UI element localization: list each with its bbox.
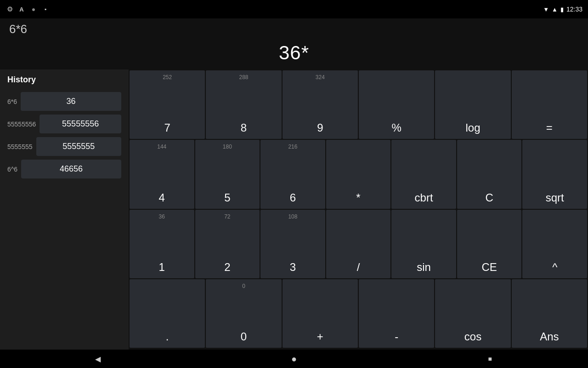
key-label: 1 [159,261,165,274]
key-sin[interactable]: sin [391,210,456,278]
key-hint: 252 [163,74,172,80]
key-label: 8 [241,121,247,134]
history-row[interactable]: 6*636 [7,92,121,111]
time-display: 12:33 [566,6,582,13]
key-label: cbrt [415,191,433,204]
recent-icon: ■ [488,355,492,362]
history-row[interactable]: 5555555655555556 [7,115,121,133]
key-7[interactable]: 2527 [130,70,205,139]
battery-small-icon [41,5,50,13]
result-bar: 36* [0,40,588,69]
expression-bar: 6*6 [0,18,588,40]
key-_[interactable]: = [512,70,587,139]
content-area: History 6*636555555565555555655555555555… [0,69,588,350]
key-8[interactable]: 2888 [206,70,281,139]
key-5[interactable]: 1805 [195,140,260,208]
key-6[interactable]: 2166 [260,140,325,208]
history-expr: 55555556 [7,121,36,128]
history-panel: History 6*636555555565555555655555555555… [0,69,129,350]
key-_[interactable]: % [359,70,434,139]
history-result[interactable]: 46656 [21,160,121,178]
key-label: 7 [164,121,170,134]
key-label: CE [482,261,497,274]
recent-button[interactable]: ■ [479,352,502,366]
status-icons-left [6,5,50,13]
signal-icon: ▲ [552,6,558,13]
key-label: ^ [552,261,557,274]
key-_[interactable]: ^ [522,210,587,278]
key-label: log [465,121,480,134]
key-row-0: 252728883249%log= [130,70,587,139]
home-icon: ● [291,354,297,364]
key-label: 4 [159,191,165,204]
key-hint: 324 [316,74,325,80]
key-label: sqrt [546,191,564,204]
history-result[interactable]: 55555556 [40,115,121,133]
history-row[interactable]: 6^646656 [7,160,121,178]
key-row-3: .00+-cosAns [130,279,587,348]
key-row-2: 3617221083/sinCE^ [130,210,587,278]
wifi-icon: ▼ [543,6,549,13]
key-label: + [317,330,323,343]
expression-display: 6*6 [9,22,27,36]
key-3[interactable]: 1083 [260,210,325,278]
key-hint: 180 [223,144,232,150]
history-expr: 5555555 [7,143,33,150]
navigation-bar: ◀ ● ■ [0,350,588,368]
key-hint: 288 [239,74,248,80]
key-hint: 72 [224,213,230,220]
key-label: 5 [224,191,230,204]
key-_[interactable]: + [283,279,358,348]
calculator-app: 6*6 36* History 6*6365555555655555556555… [0,18,588,350]
key-label: C [486,191,493,204]
key-label: - [395,330,398,343]
key-label: sin [417,261,431,274]
gear-icon [6,5,14,13]
key-label: * [356,191,360,204]
key-_[interactable]: * [326,140,391,208]
key-label: % [391,121,401,134]
key-hint: 36 [159,213,165,220]
key-4[interactable]: 1444 [130,140,194,208]
key-label: 2 [224,261,230,274]
status-bar: ▼ ▲ ▮ 12:33 [0,0,588,18]
history-title: History [7,75,121,85]
battery-icon: ▮ [560,6,564,13]
key-sqrt[interactable]: sqrt [522,140,587,208]
key-label: = [546,121,553,134]
key-C[interactable]: C [457,140,522,208]
key-label: 0 [241,330,247,343]
key-cos[interactable]: cos [435,279,510,348]
key-2[interactable]: 722 [195,210,260,278]
history-expr: 6^6 [7,166,17,173]
key-0[interactable]: 00 [206,279,281,348]
key-cbrt[interactable]: cbrt [391,140,456,208]
key-CE[interactable]: CE [457,210,522,278]
key-label: 6 [290,191,296,204]
key-hint: 0 [242,283,245,289]
key-Ans[interactable]: Ans [512,279,587,348]
key-label: 3 [290,261,296,274]
key-log[interactable]: log [435,70,510,139]
key-label: 9 [317,121,323,134]
history-result[interactable]: 5555555 [36,137,121,156]
back-button[interactable]: ◀ [86,352,109,366]
key-hint: 144 [157,144,166,150]
calculator-keypad: 252728883249%log=144418052166*cbrtCsqrt3… [129,69,588,350]
key-_[interactable]: . [130,279,205,348]
key-_[interactable]: / [326,210,391,278]
a-icon [17,5,26,13]
key-label: / [357,261,360,274]
home-button[interactable]: ● [283,352,305,366]
key-_[interactable]: - [359,279,434,348]
key-label: cos [464,330,481,343]
key-9[interactable]: 3249 [283,70,358,139]
status-icons-right: ▼ ▲ ▮ 12:33 [543,6,582,13]
result-display: 36* [279,42,309,64]
back-icon: ◀ [95,355,101,363]
key-label: . [166,330,169,343]
key-1[interactable]: 361 [130,210,194,278]
history-row[interactable]: 55555555555555 [7,137,121,156]
circle-icon [29,5,38,13]
history-result[interactable]: 36 [21,92,121,111]
